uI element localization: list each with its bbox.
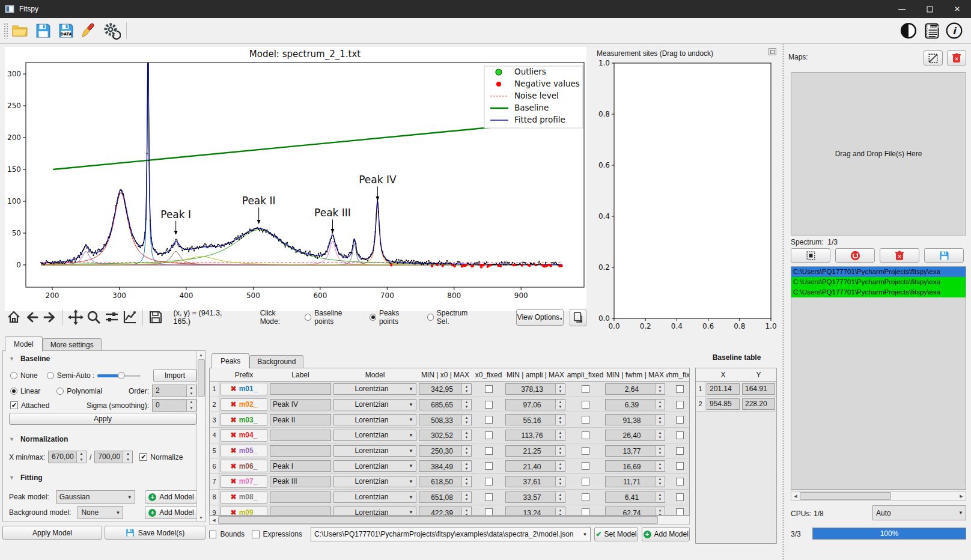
spin-arrows[interactable]: ▲▼ <box>461 476 471 486</box>
spin-arrows[interactable]: ▲▼ <box>461 508 471 516</box>
subplot-config-button[interactable] <box>103 308 121 326</box>
semiauto-slider[interactable] <box>97 371 141 380</box>
spin-arrows[interactable]: ▲▼ <box>461 461 471 471</box>
spin-arrows[interactable]: ▲▼ <box>461 415 471 425</box>
fixed-checkbox[interactable] <box>676 401 684 409</box>
scroll-left-icon[interactable]: ◀ <box>791 494 800 499</box>
bounds-checkbox[interactable] <box>209 531 216 538</box>
fixed-checkbox[interactable] <box>676 493 684 501</box>
spin-arrows[interactable]: ▲▼ <box>461 430 471 440</box>
peak-model-select[interactable]: Lorentzian▼ <box>333 430 416 441</box>
spectrum-list-hscrollbar[interactable]: ◀ ▶ <box>791 492 966 501</box>
delete-peak-button[interactable]: ✖m06_ <box>221 460 267 472</box>
bkg-model-select[interactable]: None▼ <box>78 506 123 519</box>
value-spinbox[interactable]: 113,76▲▼ <box>505 430 565 441</box>
radio-baseline-none[interactable] <box>10 372 17 379</box>
sigma-spinbox[interactable]: 0 ▲▼ <box>152 399 196 412</box>
spin-arrows[interactable]: ▲▼ <box>655 415 665 425</box>
peak-model-select[interactable]: Lorentzian▼ <box>333 399 416 410</box>
click-mode-spectrum[interactable]: Spectrum Sel. <box>427 309 479 326</box>
value-spinbox[interactable]: 6,41▲▼ <box>605 492 665 503</box>
fixed-checkbox[interactable] <box>485 478 493 485</box>
toolbar-grip[interactable] <box>4 23 8 38</box>
value-spinbox[interactable]: 618,50▲▼ <box>419 476 472 487</box>
spin-arrows[interactable]: ▲▼ <box>555 508 565 516</box>
tab-more-settings[interactable]: More settings <box>43 338 102 352</box>
model-path-select[interactable]: C:\Users\PQ177701\PycharmProjects\fitspy… <box>311 527 591 541</box>
axes-edit-button[interactable] <box>121 308 139 326</box>
peak-label-field[interactable]: Peak II <box>270 414 331 425</box>
scroll-thumb[interactable] <box>198 359 205 397</box>
baseline-section-header[interactable]: ▼ Baseline <box>9 355 50 363</box>
scroll-thumb[interactable] <box>800 492 891 500</box>
value-spinbox[interactable]: 422,39▲▼ <box>419 507 472 516</box>
value-spinbox[interactable]: 21,40▲▼ <box>505 460 565 472</box>
fixed-checkbox[interactable] <box>582 447 589 455</box>
value-spinbox[interactable]: 508,33▲▼ <box>419 414 472 425</box>
expressions-checkbox[interactable] <box>252 531 259 538</box>
close-button[interactable]: ✕ <box>943 0 971 18</box>
fixed-checkbox[interactable] <box>582 462 589 470</box>
tab-background[interactable]: Background <box>249 355 303 368</box>
spin-arrows[interactable]: ▲▼ <box>655 508 665 516</box>
spectrum-select-button[interactable] <box>791 248 830 263</box>
fixed-checkbox[interactable] <box>485 416 493 424</box>
fixed-checkbox[interactable] <box>676 416 684 424</box>
fixed-checkbox[interactable] <box>485 493 493 501</box>
save-figure-button[interactable] <box>147 308 165 326</box>
fixed-checkbox[interactable] <box>582 493 589 501</box>
maps-dropzone[interactable]: Drag and Drop File(s) Here <box>791 72 966 236</box>
clean-button[interactable] <box>78 20 100 41</box>
baseline-value-field[interactable]: 201.14 <box>707 383 740 395</box>
radio-baseline-linear[interactable] <box>10 388 17 395</box>
spectrum-file-item[interactable]: C:\Users\PQ177701\PycharmProjects\fitspy… <box>791 277 966 287</box>
value-spinbox[interactable]: 250,30▲▼ <box>419 445 472 457</box>
fixed-checkbox[interactable] <box>485 462 493 470</box>
peak-label-field[interactable] <box>270 445 331 457</box>
fixed-checkbox[interactable] <box>676 462 684 470</box>
tab-model[interactable]: Model <box>5 336 43 352</box>
delete-peak-button[interactable]: ✖m05_ <box>221 445 267 457</box>
spin-arrows[interactable]: ▲▼ <box>555 384 565 394</box>
fixed-checkbox[interactable] <box>676 431 684 439</box>
radio-baseline-points[interactable] <box>305 314 311 321</box>
open-folder-button[interactable] <box>10 20 31 41</box>
spectrum-save-button[interactable] <box>924 248 964 263</box>
add-model-button[interactable]: + Add Model <box>642 527 690 541</box>
xmin-spinbox[interactable]: 670,00 ▲▼ <box>48 451 87 463</box>
fixed-checkbox[interactable] <box>582 385 589 393</box>
set-model-button[interactable]: ✔ Set Model <box>594 527 639 541</box>
value-spinbox[interactable]: 2,64▲▼ <box>605 383 665 395</box>
fixed-checkbox[interactable] <box>485 385 493 393</box>
spin-arrows[interactable]: ▲▼ <box>555 430 565 440</box>
maximize-button[interactable] <box>916 0 943 18</box>
spin-arrows[interactable]: ▲▼ <box>461 446 471 455</box>
value-spinbox[interactable]: 11,71▲▼ <box>605 476 665 487</box>
spin-arrows[interactable]: ▲▼ <box>461 492 471 502</box>
copy-figure-button[interactable] <box>570 309 586 326</box>
spin-arrows[interactable]: ▲▼ <box>655 461 665 471</box>
delete-peak-button[interactable]: ✖m09_ <box>221 506 267 516</box>
click-mode-baseline[interactable]: Baseline points <box>305 309 360 326</box>
fixed-checkbox[interactable] <box>485 447 493 455</box>
manual-button[interactable]: MANUAL <box>921 20 942 41</box>
add-peak-model-button[interactable]: +Add Model <box>145 490 198 504</box>
peak-model-select[interactable]: Lorentzian▼ <box>333 445 416 457</box>
peak-model-select[interactable]: Gaussian▼ <box>56 490 135 504</box>
apply-model-button[interactable]: Apply Model <box>2 526 102 540</box>
value-spinbox[interactable]: 384,49▲▼ <box>419 460 472 472</box>
order-spinbox[interactable]: 2 ▲▼ <box>152 385 196 397</box>
peak-model-select[interactable]: Lorentzian▼ <box>333 383 416 395</box>
spin-arrows[interactable]: ▲▼ <box>461 384 471 394</box>
minimize-button[interactable]: — <box>888 0 916 18</box>
back-button[interactable] <box>23 308 41 326</box>
spin-arrows[interactable]: ▲▼ <box>123 451 132 463</box>
peak-model-select[interactable]: Lorentzian▼ <box>333 492 416 503</box>
delete-peak-button[interactable]: ✖m04_ <box>221 429 267 442</box>
spin-arrows[interactable]: ▲▼ <box>555 415 565 425</box>
spin-arrows[interactable]: ▲▼ <box>655 492 665 502</box>
home-button[interactable] <box>5 308 23 326</box>
value-spinbox[interactable]: 342,95▲▼ <box>419 383 472 395</box>
peak-model-select[interactable]: Lorentzian▼ <box>333 414 416 425</box>
spin-arrows[interactable]: ▲▼ <box>461 400 471 409</box>
